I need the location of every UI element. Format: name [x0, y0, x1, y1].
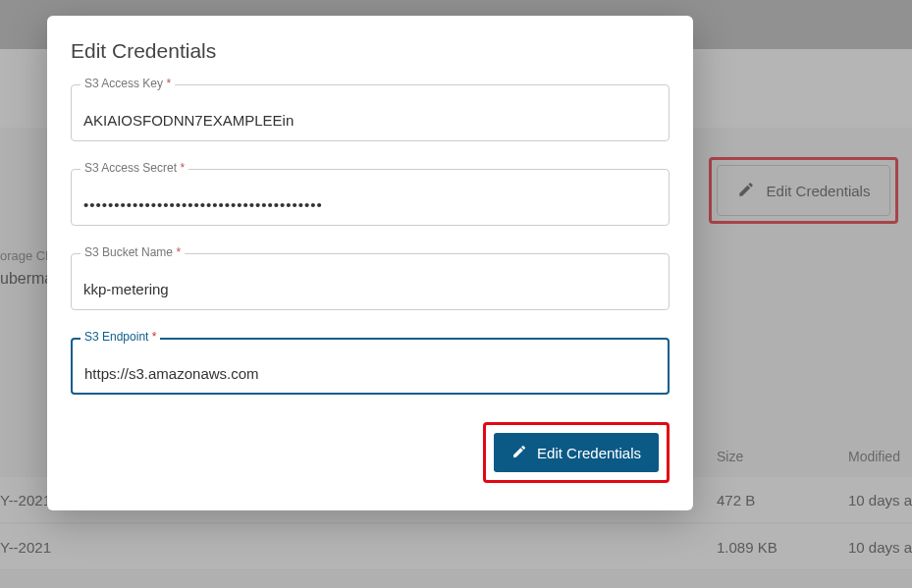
- pencil-icon: [511, 444, 527, 462]
- s3-endpoint-input[interactable]: [71, 338, 670, 395]
- s3-access-key-input[interactable]: [71, 84, 670, 141]
- field-s3-access-key: S3 Access Key *: [71, 84, 670, 141]
- edit-credentials-modal: Edit Credentials S3 Access Key * S3 Acce…: [47, 16, 693, 510]
- submit-highlight: Edit Credentials: [483, 422, 670, 483]
- label-s3-bucket-name: S3 Bucket Name *: [80, 245, 185, 259]
- field-s3-bucket-name: S3 Bucket Name *: [71, 253, 670, 310]
- s3-bucket-name-input[interactable]: [71, 253, 670, 310]
- modal-title: Edit Credentials: [71, 39, 670, 63]
- submit-button-label: Edit Credentials: [537, 445, 641, 461]
- submit-edit-credentials-button[interactable]: Edit Credentials: [494, 433, 659, 472]
- label-s3-endpoint: S3 Endpoint *: [80, 330, 160, 344]
- field-s3-endpoint: S3 Endpoint *: [71, 338, 670, 395]
- s3-access-secret-input[interactable]: [71, 169, 670, 226]
- label-s3-access-secret: S3 Access Secret *: [80, 161, 188, 175]
- label-s3-access-key: S3 Access Key *: [80, 77, 175, 90]
- modal-actions: Edit Credentials: [71, 422, 670, 483]
- field-s3-access-secret: S3 Access Secret *: [71, 169, 670, 226]
